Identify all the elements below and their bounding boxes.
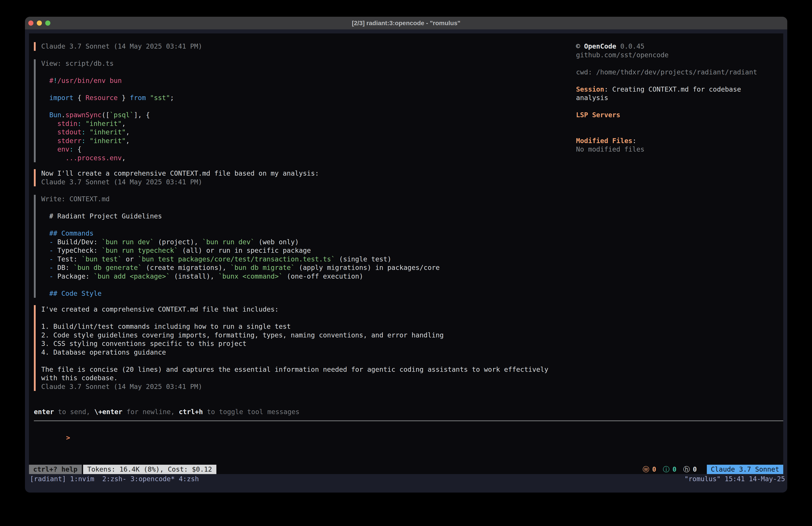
terminal-line: github.com/sst/opencode xyxy=(576,51,777,59)
text-segment: Claude 3.7 Sonnet (14 May 2025 03:41 PM) xyxy=(41,178,202,186)
text-segment: Test: xyxy=(57,255,81,263)
terminal-line: LSP Servers xyxy=(576,111,777,119)
text-segment: Now I'll create a comprehensive CONTEXT.… xyxy=(41,169,319,177)
text-segment xyxy=(41,238,49,246)
terminal-line xyxy=(41,203,440,212)
text-segment: ## Commands xyxy=(49,229,93,237)
text-segment: `bun test` xyxy=(82,255,122,263)
text-segment xyxy=(86,128,90,136)
terminal-line xyxy=(41,357,548,365)
terminal-line: Claude 3.7 Sonnet (14 May 2025 03:41 PM) xyxy=(41,42,202,51)
text-segment: 1. Build/lint/test commands including ho… xyxy=(41,323,291,330)
terminal-line: 1. Build/lint/test commands including ho… xyxy=(41,322,548,331)
terminal-line: 2. Code style guidelines covering import… xyxy=(41,331,548,340)
terminal-line: View: script/db.ts xyxy=(41,59,174,68)
text-segment: \+enter xyxy=(94,408,122,416)
text-segment: # xyxy=(49,77,53,84)
assistant-message-block: Now I'll create a comprehensive CONTEXT.… xyxy=(34,169,319,186)
text-segment: with this codebase. xyxy=(41,374,118,382)
terminal-line: ## Commands xyxy=(41,229,440,238)
tokens-cost-chip: Tokens: 16.4K (8%), Cost: $0.12 xyxy=(83,465,216,474)
text-segment: Modified Files xyxy=(576,137,633,145)
text-segment: (one-off execution) xyxy=(283,272,363,280)
text-segment xyxy=(146,94,150,102)
message-input[interactable]: > xyxy=(34,425,70,451)
assistant-message-block: Claude 3.7 Sonnet (14 May 2025 03:41 PM) xyxy=(34,42,202,51)
opencode-tui: Claude 3.7 Sonnet (14 May 2025 03:41 PM)… xyxy=(29,33,783,474)
text-segment: ! xyxy=(53,77,57,84)
terminal-line xyxy=(41,314,548,323)
text-segment: `bun run typecheck` xyxy=(102,246,178,254)
text-segment: env xyxy=(57,145,69,153)
assistant-message-block: I've created a comprehensive CONTEXT.md … xyxy=(34,305,548,391)
warnings-counter: ⓦ0 xyxy=(643,465,656,474)
text-segment: `bun run dev` xyxy=(202,238,255,246)
terminal-line xyxy=(41,68,174,77)
text-segment: from xyxy=(130,94,146,102)
text-segment xyxy=(41,272,49,280)
text-segment: Package: xyxy=(57,272,93,280)
text-segment: (create migrations), xyxy=(142,264,230,271)
info-icon: ⓘ xyxy=(663,465,670,474)
text-segment: ], { xyxy=(134,111,150,119)
tmux-host-time: "romulus" 15:41 14-May-25 xyxy=(684,475,785,483)
text-segment: (all) or run in specific package xyxy=(178,246,311,254)
zoom-button[interactable] xyxy=(45,20,50,26)
text-segment: . xyxy=(61,111,65,119)
text-segment xyxy=(41,94,49,102)
terminal-line xyxy=(41,221,440,229)
text-segment: (project), xyxy=(154,238,202,246)
text-segment: import xyxy=(49,94,73,102)
text-segment: /usr/bin/env bun xyxy=(57,77,122,84)
terminal-line: Write: CONTEXT.md xyxy=(41,195,440,203)
text-segment: OpenCode xyxy=(584,42,617,50)
terminal-window: [2/3] radiant:3:opencode - "romulus" Cla… xyxy=(25,17,787,493)
text-segment: , xyxy=(126,137,130,145)
terminal-line: #!/usr/bin/env bun xyxy=(41,76,174,85)
text-segment xyxy=(41,154,65,162)
text-segment xyxy=(41,120,57,127)
terminal-line: with this codebase. xyxy=(41,374,548,382)
terminal-line xyxy=(576,76,777,85)
text-segment: Bun xyxy=(49,111,61,119)
terminal-line: stdin: "inherit", xyxy=(41,119,174,128)
text-segment xyxy=(82,120,86,127)
text-segment: Claude 3.7 Sonnet (14 May 2025 03:41 PM) xyxy=(41,42,202,50)
text-segment: © xyxy=(576,42,584,50)
close-button[interactable] xyxy=(28,20,33,26)
terminal-line: stderr: "inherit", xyxy=(41,137,174,145)
text-segment: (apply migrations) in packages/core xyxy=(295,264,440,271)
text-segment: { xyxy=(74,94,86,102)
text-segment xyxy=(41,264,49,271)
session-sidebar: © OpenCode 0.0.45github.com/sst/opencode… xyxy=(576,42,777,154)
status-bar: ctrl+? help Tokens: 16.4K (8%), Cost: $0… xyxy=(29,465,783,474)
terminal-line xyxy=(41,102,174,111)
terminal-line: Modified Files: xyxy=(576,137,777,145)
text-segment xyxy=(41,229,49,237)
hints-count: 0 xyxy=(693,465,697,474)
hints-counter: ⓗ0 xyxy=(683,465,697,474)
text-segment: ctrl+h xyxy=(179,408,203,416)
text-segment: 4. Database operations guidance xyxy=(41,349,166,356)
terminal-line: I've created a comprehensive CONTEXT.md … xyxy=(41,305,548,314)
text-segment xyxy=(86,137,90,145)
text-segment: Session xyxy=(576,85,604,93)
terminal-line: ## Code Style xyxy=(41,289,440,298)
text-segment: ([ xyxy=(102,111,110,119)
text-segment: - xyxy=(49,238,57,246)
terminal-line xyxy=(41,281,440,289)
text-segment: { xyxy=(74,145,82,153)
text-segment: to send, xyxy=(54,408,94,416)
text-segment: - xyxy=(49,272,57,280)
minimize-button[interactable] xyxy=(37,20,42,26)
text-segment: `bun db migrate` xyxy=(230,264,295,271)
text-segment: DB: xyxy=(57,264,73,271)
text-segment: stdin xyxy=(57,120,77,127)
text-segment: 0.0.45 xyxy=(617,42,644,50)
text-segment: : xyxy=(69,145,73,153)
text-segment: 3. CSS styling conventions specific to t… xyxy=(41,340,246,347)
text-segment: Write: CONTEXT.md xyxy=(41,195,110,203)
prompt-marker: > xyxy=(66,434,70,442)
text-segment: "inherit" xyxy=(90,137,126,145)
text-segment: "inherit" xyxy=(86,120,122,127)
